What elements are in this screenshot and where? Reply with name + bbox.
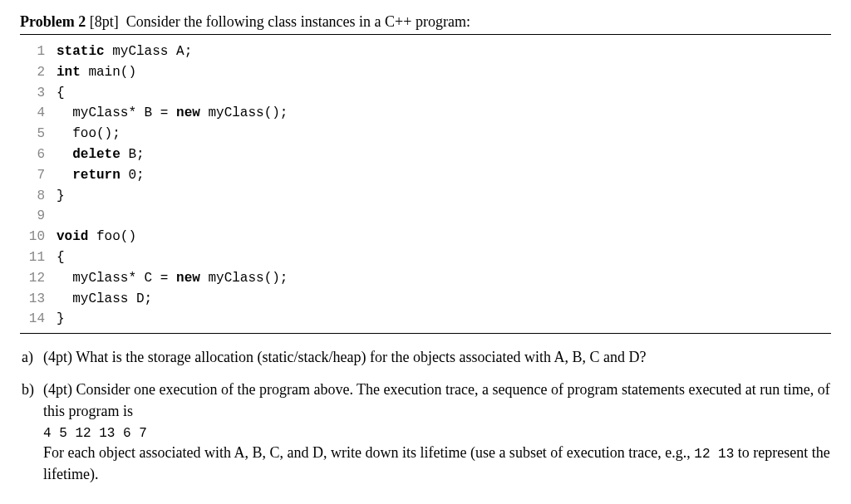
keyword: new: [176, 105, 200, 120]
question-b-trace: 4 5 12 13 6 7: [43, 426, 147, 441]
question-b-label: b): [20, 379, 43, 484]
code-text: delete B;: [57, 144, 145, 165]
code-text: static myClass A;: [57, 42, 192, 62]
question-b-example: 12 13: [694, 447, 734, 462]
line-number: 11: [20, 247, 57, 268]
problem-header: Problem 2 [8pt] Consider the following c…: [20, 13, 831, 35]
code-text: return 0;: [57, 165, 145, 186]
line-number: 1: [20, 42, 57, 62]
question-a-body: (4pt) What is the storage allocation (st…: [43, 347, 831, 368]
keyword: static: [57, 44, 105, 59]
code-line: 6 delete B;: [20, 144, 831, 165]
code-text: myClass D;: [57, 289, 152, 310]
question-b-body: (4pt) Consider one execution of the prog…: [43, 379, 831, 484]
code-text: int main(): [57, 62, 136, 83]
code-text: void foo(): [57, 227, 136, 247]
code-text: myClass* B = new myClass();: [57, 103, 288, 124]
question-a-label: a): [20, 347, 43, 368]
line-number: 12: [20, 268, 57, 289]
problem-points: [8pt]: [90, 13, 119, 30]
question-a: a) (4pt) What is the storage allocation …: [20, 347, 831, 368]
code-line: 7 return 0;: [20, 165, 831, 186]
code-line: 8}: [20, 186, 831, 207]
question-a-points: (4pt): [43, 349, 72, 365]
keyword: int: [57, 65, 81, 80]
line-number: 9: [20, 206, 57, 227]
code-line: 3{: [20, 83, 831, 104]
line-number: 14: [20, 309, 57, 330]
code-line: 10void foo(): [20, 227, 831, 247]
line-number: 2: [20, 62, 57, 83]
code-block: 1static myClass A;2int main()3{4 myClass…: [20, 38, 831, 334]
problem-intro-text: Consider the following class instances i…: [126, 13, 470, 30]
line-number: 3: [20, 83, 57, 104]
question-b-text2a: For each object associated with A, B, C,…: [43, 444, 694, 461]
code-line: 9: [20, 206, 831, 227]
code-text: foo();: [57, 124, 121, 144]
code-text: {: [57, 247, 65, 268]
question-b-text1: Consider one execution of the program ab…: [43, 381, 830, 418]
code-line: 13 myClass D;: [20, 289, 831, 310]
code-text: }: [57, 186, 65, 207]
problem-label: Problem 2: [20, 13, 86, 30]
code-line: 14}: [20, 309, 831, 330]
question-b-points: (4pt): [43, 381, 72, 398]
code-text: myClass* C = new myClass();: [57, 268, 288, 289]
keyword: delete: [72, 147, 121, 162]
line-number: 5: [20, 124, 57, 144]
line-number: 6: [20, 144, 57, 165]
line-number: 4: [20, 103, 57, 124]
code-text: }: [57, 309, 65, 330]
code-text: {: [57, 83, 65, 104]
line-number: 8: [20, 186, 57, 207]
line-number: 13: [20, 289, 57, 310]
line-number: 7: [20, 165, 57, 186]
code-line: 5 foo();: [20, 124, 831, 144]
code-line: 1static myClass A;: [20, 42, 831, 62]
keyword: return: [72, 168, 121, 183]
code-line: 11{: [20, 247, 831, 268]
keyword: void: [57, 229, 88, 244]
question-b: b) (4pt) Consider one execution of the p…: [20, 379, 831, 484]
keyword: new: [176, 271, 200, 286]
line-number: 10: [20, 227, 57, 247]
question-a-text: What is the storage allocation (static/s…: [76, 349, 646, 365]
code-line: 2int main(): [20, 62, 831, 83]
code-line: 4 myClass* B = new myClass();: [20, 103, 831, 124]
code-line: 12 myClass* C = new myClass();: [20, 268, 831, 289]
